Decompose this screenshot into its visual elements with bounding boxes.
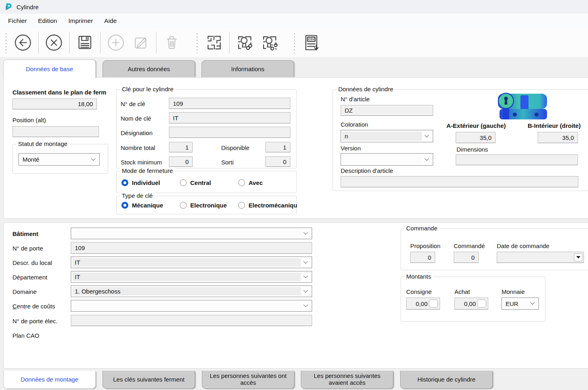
disponible-label: Disponible (221, 144, 249, 151)
date-de-commande-field[interactable] (497, 252, 584, 263)
stock-minimum-field[interactable]: 0 (169, 156, 193, 167)
dimensions-label: Dimensions (456, 146, 488, 153)
toolbar-separator (229, 32, 230, 53)
n-de-porte-field[interactable]: 109 (71, 242, 312, 254)
menu-fichier[interactable]: Fichier (2, 14, 33, 27)
tab-autres-donnees[interactable]: Autres données (103, 60, 195, 77)
proposition-label: Proposition (410, 242, 440, 249)
statut-combobox[interactable]: Monté (19, 153, 100, 166)
tab-historique-de-cylindre[interactable]: Historique de cylindre (400, 371, 493, 389)
radio-avec[interactable]: Avec (238, 179, 263, 186)
tab-donnees-de-base[interactable]: Données de base (3, 60, 96, 78)
n-de-cle-field[interactable]: 109 (169, 98, 290, 109)
tab-personnes-suivantes-avaient-acces[interactable]: Les personnes suivantes avaient accès (301, 371, 393, 389)
b-interieur-label: B-Intérieur (droite) (528, 122, 581, 129)
nombre-total-label: Nombre total (121, 144, 155, 151)
description-article-label: Description d'article (341, 167, 393, 174)
unlink-cylinder-button[interactable] (259, 32, 280, 53)
delete-button[interactable] (161, 32, 182, 53)
domaine-combobox[interactable]: 1. Obergeschoss (71, 285, 312, 297)
departement-label: Département (12, 274, 47, 281)
edit-pencil-icon (132, 33, 150, 52)
radio-individuel[interactable]: Individuel (121, 179, 160, 186)
classement-label: Classement dans le plan de ferm (12, 89, 106, 96)
menubar: Fichier Edition Imprimer Aide (0, 14, 588, 28)
toolbar-gripper[interactable] (294, 32, 295, 53)
menu-edition[interactable]: Edition (33, 14, 63, 27)
centre-de-couts-combobox[interactable] (71, 300, 312, 312)
batiment-combobox[interactable] (71, 228, 312, 239)
achat-field[interactable]: 0,00 (454, 298, 488, 310)
dimensions-field[interactable] (456, 154, 578, 165)
chevron-down-icon (301, 258, 310, 267)
description-article-field[interactable] (341, 176, 578, 187)
tab-informations[interactable]: Informations (201, 60, 294, 77)
csv-export-button[interactable]: CSV (301, 32, 322, 53)
coloration-combobox[interactable]: n (341, 130, 433, 142)
back-button[interactable] (12, 32, 33, 53)
disponible-field[interactable]: 1 (265, 142, 290, 152)
edit-button[interactable] (130, 32, 151, 53)
panel-donnees-de-montage: Bâtiment N° de porte 109 Descr. du local… (3, 222, 588, 369)
batiment-label: Bâtiment (12, 230, 38, 237)
radio-mecanique[interactable]: Mécanique (121, 202, 163, 209)
centre-de-couts-label: Centre de coûts (12, 303, 55, 310)
version-combobox[interactable] (341, 153, 433, 166)
n-de-porte-elec-field[interactable] (71, 315, 312, 326)
cylindre-window: { "titlebar": { "title": "Cylindre" }, "… (0, 0, 588, 390)
date-dropdown-button[interactable] (574, 253, 582, 261)
date-de-commande-label: Date de commande (497, 242, 549, 249)
panel-donnees-de-base: Classement dans le plan de ferm 18,00 Po… (3, 77, 588, 219)
n-article-field[interactable]: DZ (341, 105, 433, 116)
tab-cles-suivantes-ferment[interactable]: Les clés suivantes ferment (103, 371, 195, 389)
departement-combobox[interactable]: IT (71, 271, 312, 283)
radio-electromecanique[interactable]: Electromécaniqu (238, 202, 297, 209)
link-cylinder-button[interactable] (234, 32, 255, 53)
radio-selected-icon (121, 179, 128, 186)
stock-minimum-label: Stock minimum (121, 159, 162, 166)
achat-edit-button[interactable] (477, 300, 486, 308)
radio-unselected-icon (180, 202, 187, 209)
type-de-cle-group: Type de clé Mécanique Electronique Elect… (116, 196, 297, 214)
achat-label: Achat (454, 288, 470, 295)
chevron-down-icon (301, 273, 310, 281)
radio-unselected-icon (238, 179, 245, 186)
descr-du-local-combobox[interactable]: IT (71, 257, 312, 268)
menu-imprimer[interactable]: Imprimer (63, 14, 99, 27)
a-exterieur-field[interactable]: 35,0 (456, 132, 495, 143)
radio-electronique[interactable]: Electronique (180, 202, 227, 209)
consigne-field[interactable]: 0,00 (406, 298, 440, 310)
toolbar-gripper[interactable] (196, 32, 198, 53)
chevron-down-icon (301, 287, 310, 296)
statut-de-montage-group: Statut de montage Monté (12, 144, 108, 174)
b-interieur-field[interactable]: 35,0 (538, 132, 578, 143)
position-alt-field[interactable] (12, 126, 99, 137)
lock-plan-button[interactable] (204, 32, 224, 53)
toolbar-gripper[interactable] (5, 32, 7, 53)
sorti-field[interactable]: 0 (265, 156, 290, 167)
cle-pour-cylindre-group: Clé pour le cylindre N° de clé 109 Nom d… (116, 89, 297, 168)
commande-field[interactable]: 0 (454, 252, 479, 263)
nom-de-cle-field[interactable]: IT (169, 112, 290, 123)
designation-label: Désignation (121, 129, 152, 136)
designation-field[interactable] (169, 127, 290, 138)
cancel-button[interactable] (43, 32, 64, 53)
type-group-title: Type de clé (120, 192, 155, 199)
nombre-total-field[interactable]: 1 (169, 142, 193, 152)
chevron-down-icon (301, 302, 310, 310)
save-button[interactable] (74, 32, 95, 53)
tab-donnees-de-montage[interactable]: Données de montage (3, 371, 96, 389)
chevron-down-icon (88, 155, 98, 164)
classement-field[interactable]: 18,00 (12, 99, 97, 109)
monnaie-combobox[interactable]: EUR (502, 298, 539, 310)
menu-aide[interactable]: Aide (99, 14, 122, 27)
consigne-edit-button[interactable] (429, 300, 438, 308)
proposition-field[interactable]: 0 (410, 252, 435, 263)
keyhole-unlink-icon (261, 33, 279, 52)
keyhole-link-icon (236, 33, 254, 52)
tab-personnes-suivantes-ont-acces[interactable]: Les personnes suivantes ont accès (202, 371, 294, 389)
toolbar-separator (69, 32, 70, 53)
new-button[interactable] (105, 32, 126, 53)
descr-du-local-label: Descr. du local (12, 259, 52, 266)
radio-central[interactable]: Central (180, 179, 211, 186)
